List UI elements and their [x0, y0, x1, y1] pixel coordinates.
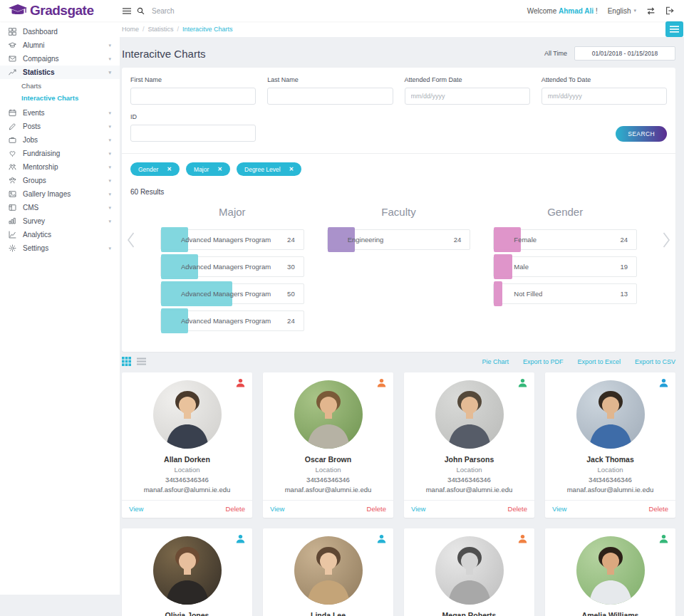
- charts-row: MajorAdvanced Managers Program24Advanced…: [130, 199, 667, 338]
- breadcrumb-item[interactable]: Interacitve Charts: [182, 26, 233, 33]
- card-email: manaf.asfour@alumni.ie.edu: [263, 486, 393, 494]
- panel-menu-button[interactable]: [665, 21, 683, 37]
- breadcrumb-item[interactable]: Home: [122, 26, 139, 33]
- profile-card: Linda LeeLocation34t346346346manaf.asfou…: [263, 528, 393, 616]
- bar-row[interactable]: Female24: [493, 229, 637, 250]
- delete-link[interactable]: Delete: [508, 505, 527, 513]
- sidebar-item-settings[interactable]: Settings▾: [0, 241, 120, 255]
- attended-to-date-label: Attended To Date: [542, 76, 667, 83]
- search-input[interactable]: [150, 6, 257, 16]
- view-link[interactable]: View: [411, 505, 425, 513]
- view-link[interactable]: View: [552, 505, 566, 513]
- chevron-down-icon: ▾: [108, 137, 111, 143]
- bar-fill: [494, 254, 512, 279]
- chip-label: Major: [194, 166, 209, 173]
- breadcrumb-item[interactable]: Statistics: [148, 26, 174, 33]
- pie-chart-link[interactable]: Pie Chart: [482, 358, 509, 365]
- sidebar-item-alumni[interactable]: Alumni▾: [0, 38, 120, 52]
- attended-from-date-input[interactable]: [405, 88, 530, 105]
- date-range-input[interactable]: [574, 46, 675, 61]
- sidebar-item-label: Gallery Images: [23, 190, 71, 198]
- language-selector[interactable]: English ▾: [608, 7, 636, 15]
- carousel-prev-chevron-icon[interactable]: [127, 231, 135, 250]
- chevron-down-icon: ▾: [108, 205, 111, 211]
- chip-remove-icon[interactable]: ✕: [167, 166, 172, 172]
- profile-card: Megan RobertsLocation34t346346346manaf.a…: [404, 528, 534, 616]
- sidebar-item-fundraising[interactable]: Fundraising▾: [0, 147, 120, 160]
- brand-logo[interactable]: Gradsgate: [0, 3, 120, 19]
- switch-account-icon[interactable]: [646, 7, 656, 15]
- list-view-icon[interactable]: [137, 357, 146, 366]
- carousel-next-chevron-icon[interactable]: [663, 231, 670, 250]
- sidebar-item-survey[interactable]: Survey▾: [0, 214, 120, 228]
- export-to-excel-link[interactable]: Export to Excel: [577, 358, 621, 365]
- delete-link[interactable]: Delete: [367, 505, 386, 513]
- profile-card: Oscar BrownLocation34t346346346manaf.asf…: [263, 372, 393, 518]
- top-bar: Gradsgate Welcome Ahmad Ali ! English ▾: [0, 0, 684, 21]
- bar-row[interactable]: Male19: [493, 256, 637, 277]
- sidebar-item-cms[interactable]: CMS▾: [0, 201, 120, 214]
- bar-row[interactable]: Engineering24: [327, 229, 471, 250]
- bar-row[interactable]: Advanced Managers Program50: [160, 283, 304, 304]
- bar-row[interactable]: Not Filled13: [493, 283, 637, 304]
- chevron-down-icon: ▾: [108, 192, 111, 197]
- last-name-input[interactable]: [267, 88, 393, 105]
- card-location: Location: [263, 466, 393, 474]
- avatar: [435, 380, 504, 449]
- sidebar-item-label: Jobs: [23, 136, 38, 144]
- sidebar-subitem-charts[interactable]: Charts: [0, 80, 120, 92]
- sidebar-item-groups[interactable]: Groups▾: [0, 174, 120, 187]
- campaigns-icon: [9, 55, 17, 63]
- attended-to-date-input[interactable]: [542, 88, 667, 105]
- first-name-input[interactable]: [130, 88, 256, 105]
- view-link[interactable]: View: [129, 505, 143, 513]
- sidebar-item-compaigns[interactable]: Compaigns▾: [0, 52, 120, 66]
- sidebar-item-gallery-images[interactable]: Gallery Images▾: [0, 187, 120, 201]
- sidebar-item-events[interactable]: Events▾: [0, 106, 120, 120]
- chip-remove-icon[interactable]: ✕: [217, 166, 222, 172]
- bar-label: Male: [514, 263, 529, 271]
- bar-value: 24: [287, 317, 295, 325]
- filter-chip-gender[interactable]: Gender✕: [130, 162, 180, 176]
- sidebar-item-statistics[interactable]: Statistics▾: [0, 66, 120, 79]
- id-input[interactable]: [130, 125, 256, 142]
- bar-label: Female: [514, 236, 537, 244]
- id-field: ID: [130, 113, 256, 142]
- brand-name: Gradsgate: [30, 3, 93, 19]
- delete-link[interactable]: Delete: [226, 505, 245, 513]
- attended-from-date-field: Attended Form Date: [405, 76, 530, 105]
- sidebar-subitem-interactive-charts[interactable]: Interactive Charts: [0, 92, 120, 104]
- view-link[interactable]: View: [270, 505, 284, 513]
- chip-remove-icon[interactable]: ✕: [289, 166, 294, 172]
- sidebar-item-mentorship[interactable]: Mentorship▾: [0, 160, 120, 174]
- topbar-middle: [120, 6, 527, 16]
- graduation-cap-icon: [9, 4, 27, 17]
- bar-row[interactable]: Advanced Managers Program24: [160, 229, 304, 250]
- search-button[interactable]: SEARCH: [616, 126, 667, 142]
- sidebar-item-label: Groups: [23, 177, 46, 184]
- logout-icon[interactable]: [665, 6, 674, 15]
- export-to-csv-link[interactable]: Export to CSV: [635, 358, 675, 365]
- sidebar-toggle-hamburger-icon[interactable]: [123, 8, 131, 14]
- filter-chip-degree-level[interactable]: Degree Level✕: [237, 162, 301, 176]
- chevron-down-icon: ▾: [108, 56, 111, 62]
- search-icon[interactable]: [137, 7, 145, 15]
- sidebar-item-dashboard[interactable]: Dashboard: [0, 25, 120, 38]
- page-header: Interacitve Charts All Time: [120, 37, 684, 68]
- card-name: Olivia Jones: [122, 611, 252, 616]
- sidebar-item-analytics[interactable]: Analytics: [0, 228, 120, 241]
- sidebar-item-posts[interactable]: Posts▾: [0, 120, 120, 133]
- grid-view-icon[interactable]: [122, 357, 131, 366]
- delete-link[interactable]: Delete: [649, 505, 668, 513]
- time-filter: All Time: [544, 46, 675, 61]
- bar-row[interactable]: Advanced Managers Program24: [160, 310, 304, 331]
- breadcrumb-separator: /: [142, 26, 145, 33]
- bar-row[interactable]: Advanced Managers Program30: [160, 256, 304, 277]
- breadcrumb-row: Home/Statistics/Interacitve Charts: [120, 21, 684, 37]
- filter-chip-major[interactable]: Major✕: [186, 162, 230, 176]
- user-name-link[interactable]: Ahmad Ali: [559, 7, 594, 15]
- events-icon: [9, 109, 17, 117]
- export-to-pdf-link[interactable]: Export to PDF: [523, 358, 564, 365]
- filter-form-row2: ID SEARCH: [130, 113, 667, 142]
- sidebar-item-jobs[interactable]: Jobs▾: [0, 133, 120, 147]
